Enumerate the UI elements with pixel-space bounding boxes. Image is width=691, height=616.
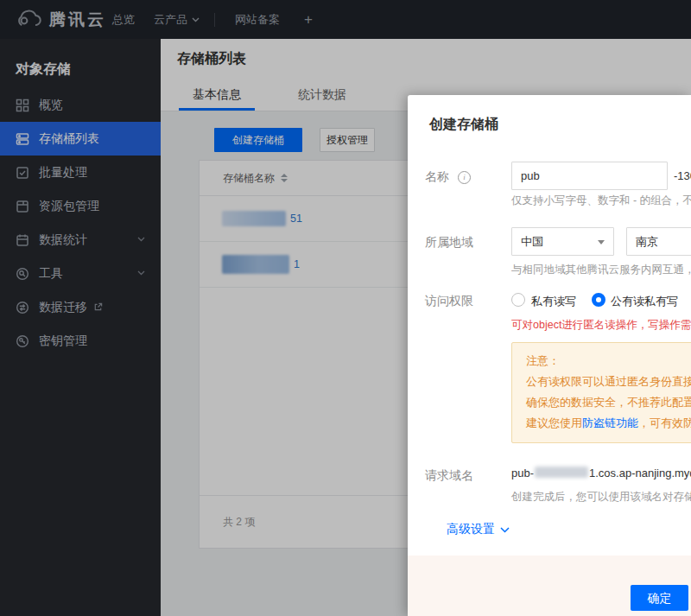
region-label: 所属地域 [425, 235, 473, 251]
censored-appid [535, 467, 588, 478]
hotlink-protection-link[interactable]: 防盗链功能 [582, 416, 638, 429]
radio-private-label[interactable]: 私有读写 [531, 294, 576, 309]
radio-public-read[interactable] [592, 293, 605, 307]
appid-suffix: -130 [674, 169, 691, 182]
notice-line: 建议您使用防盗链功能，可有效防止 [526, 413, 691, 434]
radio-private[interactable] [511, 293, 525, 307]
create-bucket-dialog: 创建存储桶 名称 i -130 仅支持小写字母、数字和 - 的组合，不能 所属地… [408, 95, 691, 616]
select-caret-icon [598, 240, 605, 244]
dialog-title: 创建存储桶 [429, 116, 498, 134]
bucket-name-input[interactable] [511, 162, 668, 190]
region-country-select[interactable]: 中国 [511, 227, 614, 256]
access-label: 访问权限 [425, 294, 473, 309]
region-help-text: 与相同地域其他腾讯云服务内网互通，创建 [511, 263, 691, 277]
app-window: 腾讯云 总览 云产品 网站备案 + 对象存储 概览 [0, 0, 691, 616]
confirm-button[interactable]: 确定 [631, 585, 688, 611]
notice-title: 注意： [526, 351, 691, 372]
domain-label: 请求域名 [425, 468, 473, 484]
name-label: 名称 [425, 169, 449, 185]
notice-line: 公有读权限可以通过匿名身份直接读取 [526, 372, 691, 392]
name-help-text: 仅支持小写字母、数字和 - 的组合，不能 [511, 194, 691, 208]
request-domain-value: pub-1.cos.ap-nanjing.myqcloud.com [511, 467, 691, 479]
access-warning-text: 可对object进行匿名读操作，写操作需要进行 [511, 318, 691, 333]
notice-box: 注意： 公有读权限可以通过匿名身份直接读取 确保您的数据安全，不推荐此配置， 建… [511, 342, 691, 443]
region-city-select[interactable]: 南京 [626, 227, 691, 256]
notice-line: 确保您的数据安全，不推荐此配置， [526, 392, 691, 413]
chevron-down-icon [500, 527, 510, 533]
domain-help-text: 创建完成后，您可以使用该域名对存储桶 [511, 490, 691, 505]
radio-public-read-label[interactable]: 公有读私有写 [611, 294, 678, 309]
advanced-settings-link[interactable]: 高级设置 [447, 522, 510, 537]
info-icon[interactable]: i [458, 171, 471, 184]
